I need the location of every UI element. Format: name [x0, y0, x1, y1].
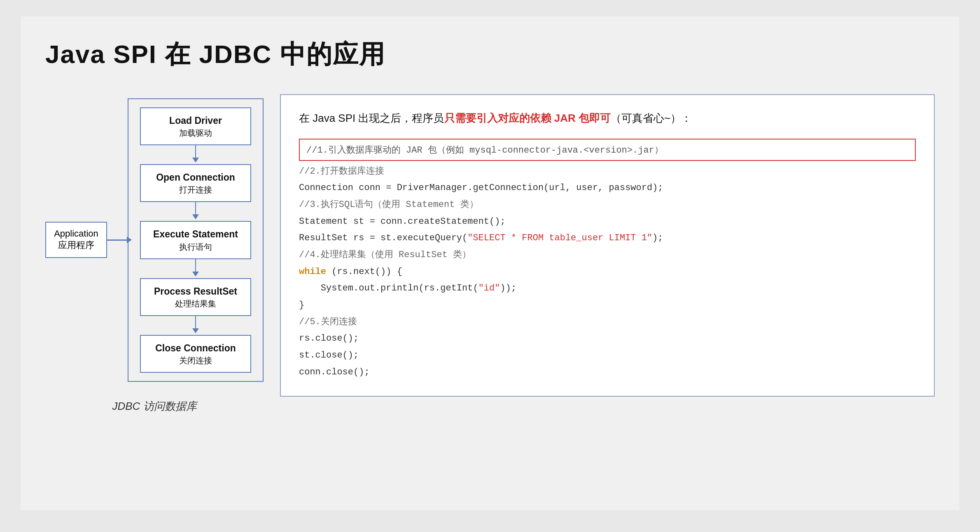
flow-outer-box: Load Driver 加载驱动 Open Connection 打开连接 Ex…	[128, 98, 264, 382]
code-line-10: //5.关闭连接	[299, 314, 916, 331]
flow-step-process-resultset: Process ResultSet 处理结果集	[140, 278, 251, 316]
code-line-9: }	[299, 297, 916, 314]
content-area: Application 应用程序 Load Driver 加载驱动 Open	[45, 94, 935, 414]
code-line-12: st.close();	[299, 347, 916, 364]
slide-container: Java SPI 在 JDBC 中的应用 Application 应用程序 Lo…	[21, 16, 959, 510]
desc-normal-2: （可真省心~）：	[611, 112, 692, 124]
code-line-3: //3.执行SQL语句（使用 Statement 类）	[299, 197, 916, 214]
arrow-2	[195, 202, 196, 215]
flow-step-load-driver: Load Driver 加载驱动	[140, 107, 251, 145]
flowchart-label: JDBC 访问数据库	[112, 399, 196, 414]
app-to-flow-arrow	[107, 239, 128, 241]
desc-normal-1: 在 Java SPI 出现之后，程序员	[299, 112, 444, 124]
code-block: //2.打开数据库连接 Connection conn = DriverMana…	[299, 163, 916, 381]
code-line-8: System.out.println(rs.getInt("id"));	[299, 280, 916, 297]
code-line-4: Statement st = conn.createStatement();	[299, 214, 916, 230]
code-panel: 在 Java SPI 出现之后，程序员只需要引入对应的依赖 JAR 包即可（可真…	[280, 94, 935, 397]
code-highlighted-line: //1.引入数据库驱动的 JAR 包（例如 mysql-connector-ja…	[299, 139, 916, 161]
code-line-11: rs.close();	[299, 330, 916, 347]
app-en-label: Application	[53, 228, 100, 239]
description-text: 在 Java SPI 出现之后，程序员只需要引入对应的依赖 JAR 包即可（可真…	[299, 110, 916, 127]
flow-step-close-connection: Close Connection 关闭连接	[140, 335, 251, 373]
code-line-1: //2.打开数据库连接	[299, 163, 916, 180]
code-line-7: while (rs.next()) {	[299, 264, 916, 281]
app-zh-label: 应用程序	[53, 239, 100, 251]
highlighted-line-text: //1.引入数据库驱动的 JAR 包（例如 mysql-connector-ja…	[306, 145, 663, 156]
flowchart-section: Application 应用程序 Load Driver 加载驱动 Open	[45, 94, 264, 414]
code-line-5: ResultSet rs = st.executeQuery("SELECT *…	[299, 230, 916, 247]
arrow-4	[195, 316, 196, 329]
page-title: Java SPI 在 JDBC 中的应用	[45, 37, 935, 72]
arrow-3	[195, 259, 196, 272]
desc-highlight: 只需要引入对应的依赖 JAR 包即可	[444, 112, 611, 124]
application-box: Application 应用程序	[45, 222, 107, 258]
code-line-6: //4.处理结果集（使用 ResultSet 类）	[299, 247, 916, 264]
code-line-2: Connection conn = DriverManager.getConne…	[299, 180, 916, 197]
app-row: Application 应用程序 Load Driver 加载驱动 Open	[45, 98, 264, 382]
arrow-1	[195, 145, 196, 158]
flow-step-open-connection: Open Connection 打开连接	[140, 164, 251, 202]
code-line-13: conn.close();	[299, 364, 916, 381]
flow-step-execute-statement: Execute Statement 执行语句	[140, 221, 251, 259]
